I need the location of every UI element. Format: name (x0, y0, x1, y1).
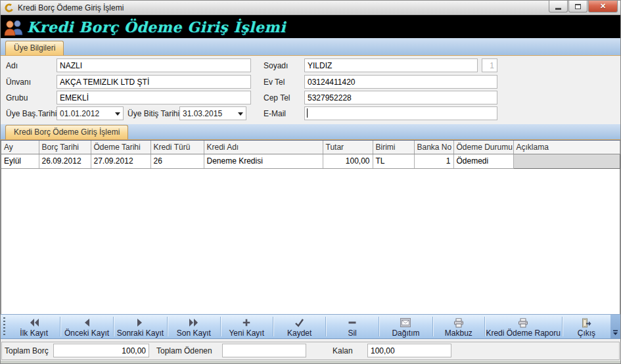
distribution-button[interactable]: Dağıtım (379, 315, 432, 338)
title-bar: Kredi Borç Ödeme Giriş İşlemi ✕ (1, 1, 620, 15)
uye-bitis-tarihi-combobox[interactable]: 31.03.2015 (179, 106, 246, 120)
cell-banka-no[interactable]: 1 (414, 154, 453, 168)
unvani-label: Ünvanı (6, 78, 31, 87)
uye-bitis-tarihi-value: 31.03.2015 (183, 109, 222, 118)
toolbar-grip[interactable] (3, 317, 8, 336)
minimize-button[interactable] (549, 1, 568, 12)
window-title: Kredi Borç Ödeme Giriş İşlemi (18, 3, 124, 12)
cell-odeme-tarihi[interactable]: 27.09.2012 (91, 154, 150, 168)
maximize-icon (575, 4, 581, 9)
save-check-icon (294, 317, 304, 328)
toplam-odenen-field[interactable] (222, 344, 306, 357)
adi-field[interactable] (57, 58, 251, 72)
cell-odeme-durumu[interactable]: Ödemedi (453, 154, 513, 168)
last-record-icon (189, 317, 199, 328)
delete-button[interactable]: Sil (326, 315, 378, 338)
grubu-field[interactable] (57, 91, 251, 104)
tab-kredi-borc-odeme[interactable]: Kredi Borç Ödeme Giriş İşlemi (5, 125, 128, 139)
kalan-field[interactable] (367, 344, 451, 357)
new-record-button[interactable]: Yeni Kayıt (221, 315, 273, 338)
column-header-kredi-adi[interactable]: Kredi Adı (204, 141, 323, 154)
column-header-aciklama[interactable]: Açıklama (513, 141, 620, 154)
adi-label: Adı (6, 61, 18, 70)
tab-kredi-borc-odeme-label: Kredi Borç Ödeme Giriş İşlemi (14, 127, 120, 137)
uye-bitis-tarihi-label: Üye Bitiş Tarihi (127, 109, 179, 118)
cep-tel-field[interactable] (304, 91, 497, 104)
email-field[interactable] (304, 106, 497, 120)
page-title: Kredi Borç Ödeme Giriş İşlemi (27, 18, 286, 35)
chevron-down-icon (238, 112, 243, 116)
payments-grid: Ay Borç Tarihi Ödeme Tarihi Kredi Türü K… (1, 140, 620, 314)
toplam-borc-label: Toplam Borç (5, 346, 49, 355)
record-toolbar: İlk Kayıt Önceki Kayıt Sonraki Kayıt Son… (1, 314, 620, 339)
last-record-button[interactable]: Son Kayıt (168, 315, 219, 338)
app-icon (4, 3, 14, 13)
ev-tel-field[interactable] (304, 75, 497, 89)
delete-minus-icon (348, 317, 357, 328)
grubu-label: Grubu (6, 93, 28, 102)
cell-borc-tarihi[interactable]: 26.09.2012 (39, 154, 91, 168)
mail-icon (400, 317, 411, 328)
maximize-button[interactable] (568, 1, 587, 12)
exit-button[interactable]: Çıkış (563, 315, 610, 338)
column-header-odeme-tarihi[interactable]: Ödeme Tarihi (91, 141, 150, 154)
uye-bas-tarihi-value: 01.01.2012 (60, 109, 99, 118)
tab-uye-bilgileri[interactable]: Üye Bilgileri (5, 41, 64, 55)
column-header-ay[interactable]: Ay (1, 141, 39, 154)
soyadi-label: Soyadı (264, 61, 288, 70)
cell-kredi-turu[interactable]: 26 (150, 154, 204, 168)
window-bottom-edge (1, 361, 620, 364)
uye-bas-tarihi-combobox[interactable]: 01.01.2012 (57, 106, 124, 120)
previous-record-button[interactable]: Önceki Kayıt (60, 315, 112, 338)
cell-kredi-adi[interactable]: Deneme Kredisi (204, 154, 323, 168)
minimize-icon (555, 8, 561, 10)
column-header-tutar[interactable]: Tutar (323, 141, 373, 154)
payment-tabstrip: Kredi Borç Ödeme Giriş İşlemi (1, 124, 620, 140)
totals-bar: Toplam Borç Toplam Ödenen Kalan (1, 339, 620, 364)
grid-header-row: Ay Borç Tarihi Ödeme Tarihi Kredi Türü K… (1, 141, 620, 154)
kalan-label: Kalan (333, 346, 353, 355)
printer-icon (453, 317, 464, 328)
column-header-odeme-durumu[interactable]: Ödeme Durumu (453, 141, 513, 154)
email-label: E-Mail (264, 109, 286, 118)
credit-payment-report-button[interactable]: Kredi Ödeme Raporu (485, 315, 562, 338)
ev-tel-label: Ev Tel (264, 78, 285, 87)
receipt-button[interactable]: Makbuz (433, 315, 484, 338)
column-header-borc-tarihi[interactable]: Borç Tarihi (39, 141, 91, 154)
column-header-banka-no[interactable]: Banka No (414, 141, 453, 154)
chevron-down-icon (115, 112, 120, 116)
member-tabstrip: Üye Bilgileri (1, 38, 620, 56)
toolbar-overflow-button[interactable] (610, 315, 620, 338)
cell-birimi[interactable]: TL (373, 154, 414, 168)
first-record-icon (29, 317, 39, 328)
record-number-field (482, 58, 497, 72)
member-form: Adı Ünvanı Grubu Üye Baş.Tarihi 01.01.20… (1, 56, 620, 124)
overflow-chevron-icon (612, 330, 618, 336)
previous-record-icon (82, 317, 91, 328)
cell-tutar[interactable]: 100,00 (323, 154, 373, 168)
next-record-icon (135, 317, 145, 328)
soyadi-field[interactable] (304, 58, 478, 72)
save-button[interactable]: Kaydet (273, 315, 325, 338)
app-header: Kredi Borç Ödeme Giriş İşlemi (1, 15, 620, 38)
column-header-birimi[interactable]: Birimi (373, 141, 414, 154)
next-record-button[interactable]: Sonraki Kayıt (114, 315, 167, 338)
toplam-odenen-label: Toplam Ödenen (156, 346, 212, 355)
new-record-icon (242, 317, 251, 328)
unvani-field[interactable] (57, 75, 251, 89)
cell-ay[interactable]: Eylül (1, 154, 39, 168)
text-caret (307, 108, 308, 118)
app-window: Kredi Borç Ödeme Giriş İşlemi ✕ Kredi Bo… (0, 0, 621, 364)
uye-bas-tarihi-label: Üye Baş.Tarihi (6, 109, 57, 118)
column-header-kredi-turu[interactable]: Kredi Türü (150, 141, 204, 154)
first-record-button[interactable]: İlk Kayıt (8, 315, 60, 338)
close-button[interactable]: ✕ (588, 1, 618, 12)
cell-aciklama-selected[interactable] (513, 154, 620, 168)
close-icon: ✕ (600, 2, 606, 11)
table-row[interactable]: Eylül 26.09.2012 27.09.2012 26 Deneme Kr… (1, 154, 620, 168)
exit-door-icon (581, 317, 591, 328)
cep-tel-label: Cep Tel (264, 93, 290, 102)
toplam-borc-field[interactable] (53, 344, 149, 357)
users-icon (3, 18, 24, 36)
tab-uye-bilgileri-label: Üye Bilgileri (14, 43, 55, 53)
